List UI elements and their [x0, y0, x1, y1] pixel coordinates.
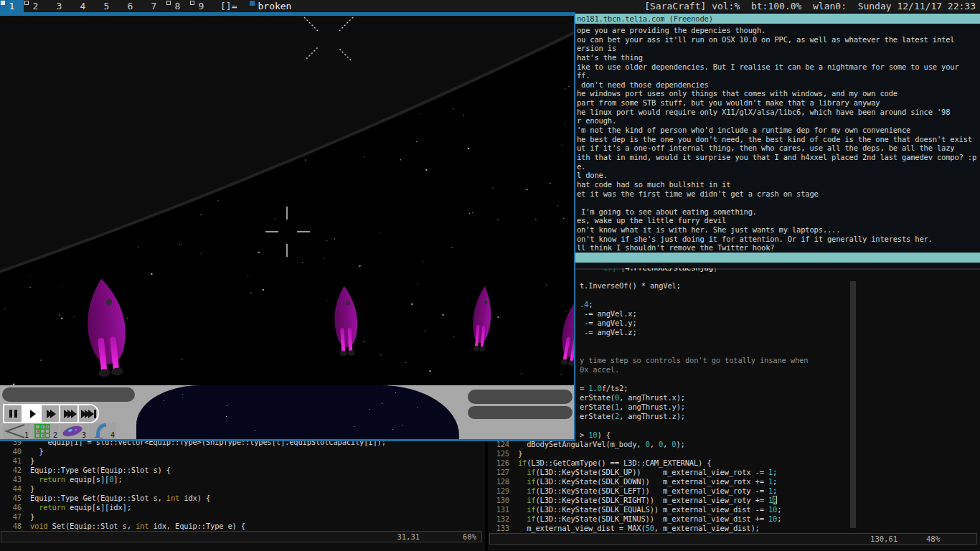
line-number: 125: [491, 449, 509, 458]
tag-6[interactable]: 6: [118, 0, 142, 12]
cursor-position: 31,31: [397, 532, 420, 541]
irc-input-line[interactable]: [575, 263, 980, 268]
line-number: 126: [491, 458, 509, 468]
tag-label: 3: [57, 1, 62, 11]
tag-5[interactable]: 5: [95, 0, 118, 12]
scanner-blip: [395, 392, 396, 393]
irc-line: part from some STB stuff, but you wouldn…: [577, 98, 979, 108]
vim-right-clipped-code: t.InverseOf() * angVel;.4; -= angVel.x; …: [580, 281, 808, 440]
irc-line: he windows port uses only things that co…: [577, 89, 979, 98]
tag-label: 6: [128, 1, 133, 11]
line-number: 43: [6, 475, 22, 484]
tag-indicator-icon: [1, 1, 5, 5]
split-scrollbar[interactable]: [850, 281, 856, 528]
irc-status-bar: i)] [4:Freenode/slaeshjag]: [575, 253, 980, 263]
line-number: 128: [491, 477, 509, 486]
play-button[interactable]: [23, 405, 42, 422]
window-title-segment: broken: [250, 0, 291, 12]
scanner-display[interactable]: [136, 385, 459, 439]
scanner-blip: [369, 409, 370, 410]
ship-info-button[interactable]: 3: [60, 423, 88, 439]
code-line: 40 }: [6, 447, 386, 456]
scanner-blip: [382, 403, 382, 404]
irc-line: I'm going to see about eating something.: [577, 207, 979, 217]
irc-line: [577, 198, 979, 207]
tag-3[interactable]: 3: [47, 0, 71, 12]
irc-line: et it was the first time we didn't get a…: [577, 189, 979, 199]
tag-7[interactable]: 7: [142, 0, 166, 12]
tag-9[interactable]: 9: [189, 0, 213, 12]
scanner-blip: [226, 416, 227, 417]
code-line: 130 if(L3D::KeyState(SDLK_RIGHT)) m_exte…: [491, 496, 781, 505]
code-line: 0x accel.: [580, 365, 808, 375]
irc-topic-bar: no181.tbcn.telia.com (Freenode): [575, 14, 980, 24]
speed3-button[interactable]: [60, 405, 79, 422]
irc-line: ith that in mind, would it surprise you …: [577, 153, 979, 162]
code-line: [580, 375, 808, 384]
irc-line: don't need those dependencies: [577, 80, 979, 90]
code-line: erState(0, angThrust.x);: [580, 393, 808, 402]
irc-line: r enough.: [577, 116, 979, 126]
scanner-blip: [354, 426, 354, 427]
irc-line: e.: [577, 162, 979, 171]
time-controls: [3, 404, 99, 423]
code-line: y time step so controls don't go totally…: [580, 356, 808, 365]
tag-label: 7: [151, 1, 157, 11]
vim-left-statusline: 31,31 60%: [1, 531, 482, 542]
code-line: [580, 347, 808, 356]
irc-line: 'm not the kind of person who'd include …: [577, 126, 979, 135]
code-line: 43 return equip[s][0];: [6, 475, 386, 484]
layout-symbol[interactable]: []=: [213, 1, 244, 11]
hud-icon-label: 4: [110, 432, 115, 439]
code-line: 45Equip::Type Get(Equip::Slot s, int idx…: [6, 494, 386, 503]
tag-label: 9: [199, 1, 204, 11]
line-number: 48: [6, 522, 22, 531]
tag-label: 2: [33, 1, 39, 11]
scroll-percent: 60%: [463, 532, 476, 541]
tag-2[interactable]: 2: [24, 0, 47, 12]
status-text: [SaraCraft] vol:% bt:100.0% wlan0: Sunda…: [644, 1, 980, 11]
code-line: -= angVel.z;: [580, 328, 808, 337]
irc-line: ff.: [577, 71, 979, 80]
code-line: erState(1, angThrust.y);: [580, 402, 808, 412]
top-bar: 123456789 []= broken [SaraCraft] vol:% b…: [0, 0, 980, 12]
line-number: 129: [491, 486, 509, 496]
line-number: 131: [491, 505, 509, 514]
code-line: .4;: [580, 300, 808, 309]
tag-indicator-icon: [166, 1, 171, 5]
tag-1[interactable]: 1: [0, 0, 24, 12]
irc-line: l done.: [577, 171, 979, 180]
line-number: 45: [6, 494, 22, 503]
code-line: t.InverseOf() * angVel;: [580, 281, 808, 291]
tag-4[interactable]: 4: [71, 0, 95, 12]
scanner-mode-button[interactable]: 1: [3, 423, 30, 439]
code-line: -= angVel.y;: [580, 319, 808, 328]
scroll-percent: 48%: [926, 534, 940, 543]
tag-8[interactable]: 8: [166, 0, 189, 12]
speed4-button[interactable]: [79, 405, 98, 422]
code-line: 131 if(L3D::KeyState(SDLK_EQUALS)) m_ext…: [491, 505, 781, 514]
pause-button[interactable]: [4, 405, 23, 422]
code-line: > 10) {: [580, 430, 808, 440]
space-scene[interactable]: [0, 16, 574, 389]
vim-cursor: ;: [773, 496, 777, 504]
focused-indicator-icon: [250, 1, 255, 6]
code-line: -= angVel.x;: [580, 309, 808, 319]
hud-gauge-pill: [468, 406, 573, 419]
tag-label: 5: [104, 1, 110, 11]
scanner-blip: [227, 405, 227, 406]
irc-line: ou can bet your ass it'll run on OSX 10.…: [577, 35, 979, 44]
irc-line: hat's the thing: [577, 53, 979, 62]
code-line: 132 if(L3D::KeyState(SDLK_MINUS)) m_exte…: [491, 514, 781, 524]
comms-button[interactable]: 4: [89, 423, 116, 439]
speed2-button[interactable]: [42, 405, 60, 422]
equipment-button[interactable]: 2: [32, 423, 59, 439]
scanner-blip: [417, 407, 418, 408]
irc-window[interactable]: no181.tbcn.telia.com (Freenode) ope you …: [575, 12, 980, 268]
code-line: erState(2, angThrust.z);: [580, 412, 808, 421]
game-window[interactable]: 1234: [0, 12, 575, 441]
code-line: 133 m_external_view_dist = MAX(50, m_ext…: [491, 524, 781, 533]
tag-label: 1: [9, 1, 15, 11]
code-line: 44}: [6, 484, 386, 494]
hud-gauge-pill: [468, 390, 573, 404]
